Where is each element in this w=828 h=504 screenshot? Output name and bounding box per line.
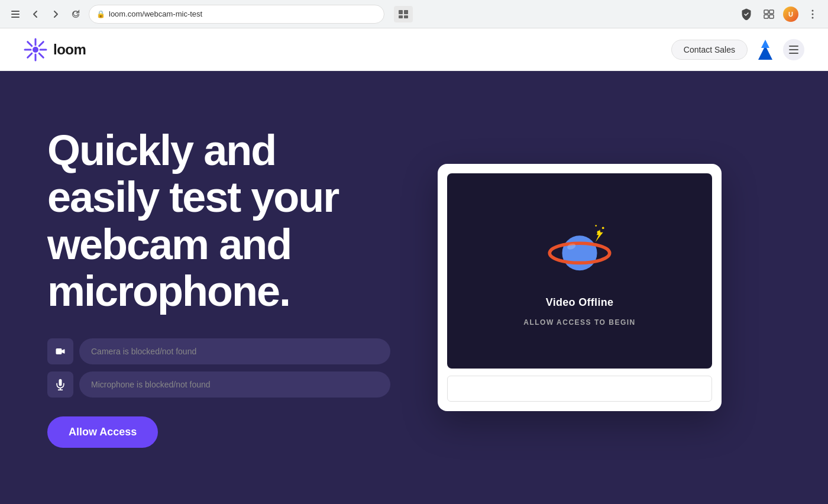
svg-rect-0: [11, 11, 20, 12]
menu-line-2: [789, 49, 798, 50]
video-offline-subtitle: ALLOW ACCESS TO BEGIN: [523, 318, 636, 327]
right-panel: Video Offline ALLOW ACCESS TO BEGIN: [438, 164, 722, 411]
microphone-icon: [54, 379, 66, 390]
svg-rect-6: [404, 15, 408, 18]
planet-svg: [544, 213, 615, 290]
svg-rect-7: [764, 10, 768, 14]
svg-rect-10: [769, 15, 774, 18]
video-offline-title: Video Offline: [546, 296, 614, 309]
menu-line-1: [789, 46, 798, 47]
logo-text: loom: [53, 41, 86, 58]
svg-point-27: [595, 225, 597, 227]
hero-title: Quickly and easily test your webcam and …: [47, 127, 390, 315]
browser-chrome: 🔒 loom.com/webcam-mic-test U: [0, 0, 828, 28]
svg-point-12: [812, 13, 814, 15]
shield-extension-icon[interactable]: [738, 6, 755, 22]
microphone-input[interactable]: [79, 371, 390, 398]
svg-rect-2: [11, 17, 20, 18]
svg-rect-1: [11, 14, 20, 15]
svg-line-22: [28, 53, 32, 57]
svg-point-23: [562, 235, 597, 270]
loom-logo-icon: [24, 38, 47, 62]
microphone-device-row: [47, 371, 390, 398]
svg-rect-4: [404, 10, 408, 14]
audio-level-bar: [447, 376, 712, 402]
svg-line-19: [28, 41, 32, 46]
svg-point-14: [33, 47, 38, 53]
lock-icon: 🔒: [96, 10, 105, 18]
camera-device-row: [47, 338, 390, 364]
svg-point-13: [812, 17, 814, 18]
address-bar[interactable]: 🔒 loom.com/webcam-mic-test: [89, 5, 384, 24]
camera-icon-button[interactable]: [47, 338, 73, 364]
browser-nav-controls: [7, 6, 84, 22]
sidebar-toggle-btn[interactable]: [7, 6, 24, 22]
tab-icon[interactable]: [394, 6, 413, 22]
svg-rect-9: [764, 15, 768, 18]
microphone-icon-button[interactable]: [47, 371, 73, 398]
browser-menu-icon[interactable]: [804, 6, 821, 22]
site-header: loom Contact Sales: [0, 28, 828, 71]
left-panel: Quickly and easily test your webcam and …: [47, 127, 390, 448]
forward-btn[interactable]: [47, 6, 64, 22]
svg-rect-5: [399, 15, 403, 18]
browser-right-icons: U: [738, 6, 821, 22]
main-content: Quickly and easily test your webcam and …: [0, 71, 828, 504]
svg-line-20: [39, 53, 43, 57]
atlassian-logo-icon[interactable]: [755, 39, 776, 60]
tab-manager-icon[interactable]: [761, 6, 777, 22]
svg-point-26: [602, 227, 604, 229]
menu-line-3: [789, 53, 798, 54]
svg-rect-8: [769, 10, 774, 14]
contact-sales-button[interactable]: Contact Sales: [671, 40, 748, 60]
planet-graphic: [544, 216, 615, 287]
svg-line-21: [39, 41, 43, 46]
refresh-btn[interactable]: [67, 6, 84, 22]
logo-area: loom: [24, 38, 86, 62]
video-card: Video Offline ALLOW ACCESS TO BEGIN: [438, 164, 722, 411]
device-inputs-section: [47, 338, 390, 398]
svg-rect-3: [399, 10, 403, 14]
back-btn[interactable]: [27, 6, 44, 22]
header-right: Contact Sales: [671, 39, 804, 60]
url-text: loom.com/webcam-mic-test: [109, 9, 202, 18]
camera-input[interactable]: [79, 338, 390, 364]
hamburger-menu-button[interactable]: [783, 39, 804, 60]
camera-icon: [54, 345, 66, 357]
video-preview-area: Video Offline ALLOW ACCESS TO BEGIN: [447, 173, 712, 369]
svg-point-11: [812, 9, 814, 11]
allow-access-button[interactable]: Allow Access: [47, 416, 158, 448]
user-avatar[interactable]: U: [783, 7, 798, 22]
